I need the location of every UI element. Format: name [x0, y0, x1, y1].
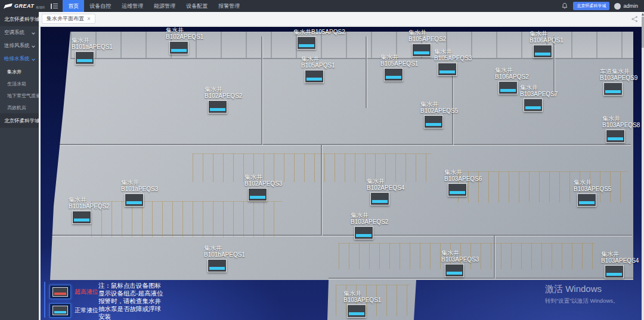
avatar: [614, 3, 621, 10]
sidebar-item-label: 北京怀柔科学城: [4, 16, 39, 22]
sump-pump-icon[interactable]: [347, 304, 366, 318]
sidebar-item-label: 集水井: [7, 69, 21, 75]
sump-pump-icon[interactable]: [75, 51, 94, 64]
chevron-down-icon: [32, 44, 35, 48]
nav-item[interactable]: 设备自控: [84, 0, 116, 12]
sidebar-subitem[interactable]: 高效机房: [0, 101, 39, 113]
nav-item[interactable]: 能源管理: [148, 0, 181, 12]
nav-item[interactable]: 设备配置: [181, 0, 213, 12]
well-marker[interactable]: 集水井B102APEQS3: [244, 174, 282, 201]
chevron-down-icon: [32, 31, 35, 35]
well-label: 集水井B103APEQS2: [351, 212, 388, 225]
sidebar-section-header: 北京怀柔科学城: [0, 113, 39, 128]
well-marker[interactable]: 集水井B103APEQS6: [444, 169, 482, 196]
notification-bell-icon[interactable]: [561, 2, 568, 10]
tab-bar: 集水井平面布置 ×: [39, 12, 644, 26]
sump-pump-icon[interactable]: [208, 259, 227, 272]
well-marker[interactable]: 车道集水井B103APEQS9: [600, 68, 637, 96]
sump-pump-icon[interactable]: [297, 36, 316, 50]
scrollbar-thumb[interactable]: [642, 17, 644, 48]
well-marker[interactable]: 集水井B103APEQS2: [351, 212, 388, 239]
scrollbar[interactable]: [642, 12, 644, 320]
well-label: 集水井B102APEQS3: [244, 174, 282, 187]
sidebar-group[interactable]: 空调系统: [0, 26, 39, 39]
well-label: 集水井B105APQS2: [293, 29, 345, 35]
sump-pump-icon[interactable]: [125, 193, 144, 207]
well-label: 集水井B101aPEQS3: [121, 179, 158, 192]
well-marker[interactable]: 集水井B101bAPEQS2: [69, 196, 110, 224]
sump-pump-icon[interactable]: [603, 82, 623, 96]
sump-pump-icon[interactable]: [499, 81, 518, 94]
well-marker[interactable]: 集水井B102APEQS1: [166, 27, 203, 54]
well-marker[interactable]: 集水井B103APEQS8: [602, 115, 640, 143]
well-marker[interactable]: 集水井B102APEQS4: [367, 178, 404, 205]
nav-item[interactable]: 报警管理: [213, 0, 245, 12]
well-marker[interactable]: 集水井B102APEQS5: [420, 101, 458, 128]
sump-pump-icon[interactable]: [354, 226, 373, 239]
well-label: 集水井B105APEQS3: [434, 48, 472, 61]
well-marker[interactable]: 集水井B105APQS2: [293, 29, 345, 50]
sidebar-collapse-icon[interactable]: [51, 4, 58, 9]
floor-plan: 超高液位正常液位 注：鼠标点击设备图标 显示设备组态-超高液位 报警时，请检查集…: [41, 27, 642, 320]
sump-pump-icon[interactable]: [524, 99, 543, 112]
nav-item[interactable]: 运维管理: [116, 0, 148, 12]
well-marker[interactable]: 集水井B101bAPEQS1: [204, 245, 245, 272]
legend-note: 注：鼠标点击设备图标 显示设备组态-超高液位 报警时，请检查集水井 抽水泵是否故…: [98, 282, 185, 320]
legend-row: 超高液位: [49, 285, 98, 299]
sump-pump-icon[interactable]: [248, 188, 267, 201]
wall: [329, 278, 633, 279]
sump-pump-icon[interactable]: [445, 264, 464, 277]
well-marker[interactable]: 集水井B103APEQS1: [343, 290, 381, 318]
well-marker[interactable]: 集水井B103APEQS3: [441, 250, 479, 277]
sidebar-subitem[interactable]: 地下室空气质量: [0, 90, 39, 101]
sidebar-group[interactable]: 给排水系统: [0, 53, 39, 66]
sidebar-item-label: 北京怀柔科学城: [4, 118, 39, 124]
well-marker[interactable]: 集水井B103APEQS4: [601, 251, 639, 278]
well-marker[interactable]: 集水井B103APEQS7: [520, 84, 558, 112]
well-label: 集水井B103APEQS4: [601, 251, 639, 264]
share-icon[interactable]: [631, 16, 638, 23]
sump-pump-icon[interactable]: [448, 183, 467, 196]
well-label: 集水井B103APEQS7: [520, 84, 558, 97]
sump-pump-icon[interactable]: [169, 41, 188, 54]
well-marker[interactable]: 集水井B105APQS1: [301, 56, 335, 83]
sump-pump-icon[interactable]: [72, 211, 91, 224]
sidebar-subitem[interactable]: 集水井: [0, 66, 39, 78]
site-button[interactable]: 北京怀柔科学城: [573, 2, 609, 10]
sump-pump-icon[interactable]: [606, 130, 625, 143]
well-label: 集水井B103APEQS1: [343, 290, 381, 303]
sump-pump-icon[interactable]: [605, 265, 624, 278]
close-icon[interactable]: ×: [87, 16, 91, 22]
well-marker[interactable]: 集水井B102APEQS2: [205, 86, 242, 113]
nav-item[interactable]: 首页: [63, 0, 84, 12]
tab-sump-plan[interactable]: 集水井平面布置 ×: [42, 14, 95, 24]
legend-label: 正常液位: [75, 306, 98, 315]
well-marker[interactable]: 集水井B106APQS1: [530, 30, 564, 58]
sump-pump-icon[interactable]: [305, 70, 324, 83]
sidebar-group[interactable]: 送排风系统: [0, 39, 39, 53]
parking-area: [91, 201, 282, 237]
well-marker[interactable]: 集水井B101aPEQS3: [121, 179, 158, 207]
sump-pump-icon[interactable]: [533, 45, 552, 58]
sump-pump-icon[interactable]: [370, 192, 389, 205]
scrollbar-up-icon[interactable]: [642, 13, 644, 16]
user-menu[interactable]: admin: [614, 3, 638, 10]
sump-pump-icon[interactable]: [424, 115, 443, 128]
legend-items: 超高液位正常液位: [44, 282, 98, 318]
well-label: 集水井B105APEQS2: [408, 29, 446, 42]
app-window: GREAT 格瑞特 首页设备自控运维管理能源管理设备配置报警管理 北京怀柔科学城…: [0, 0, 644, 320]
sump-pump-icon[interactable]: [577, 193, 596, 207]
wall: [261, 36, 262, 145]
brand-logo: GREAT 格瑞特: [0, 3, 49, 9]
well-marker[interactable]: 集水井B101aAPEQS1: [72, 37, 113, 64]
chevron-down-icon: [32, 57, 35, 61]
sidebar-subitem[interactable]: 生活水箱: [0, 78, 39, 90]
well-label: 集水井B103APEQS5: [574, 179, 611, 192]
sump-pump-icon[interactable]: [208, 100, 227, 113]
well-label: 集水井B105APQS1: [301, 56, 335, 69]
well-marker[interactable]: 集水井B103APEQS5: [574, 179, 611, 207]
well-marker[interactable]: 集水井B105APEQS3: [434, 48, 472, 76]
sump-pump-icon[interactable]: [438, 63, 457, 76]
well-marker[interactable]: 集水井B105APEQS1: [380, 54, 418, 81]
sump-pump-icon[interactable]: [384, 68, 403, 81]
